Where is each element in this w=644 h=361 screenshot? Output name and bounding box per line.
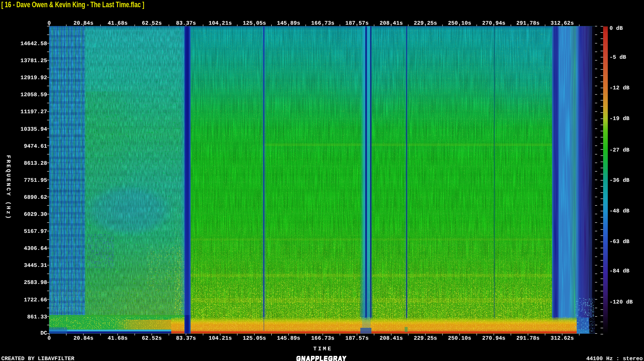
svg-text:5167.97: 5167.97: [24, 228, 47, 235]
svg-text:1722.66: 1722.66: [24, 297, 47, 303]
svg-text:166.73s: 166.73s: [311, 335, 335, 341]
svg-text:145.89s: 145.89s: [277, 20, 300, 26]
svg-text:0: 0: [48, 20, 51, 26]
svg-text:TIME: TIME: [313, 346, 332, 352]
svg-text:41.68s: 41.68s: [108, 20, 128, 26]
svg-text:12919.92: 12919.92: [20, 74, 47, 81]
svg-text:250.10s: 250.10s: [448, 20, 472, 26]
svg-text:-27 dB: -27 dB: [610, 147, 630, 153]
svg-text:12058.59: 12058.59: [20, 92, 47, 98]
svg-text:-48 dB: -48 dB: [610, 208, 630, 214]
svg-text:145.89s: 145.89s: [277, 335, 300, 341]
svg-text:861.33: 861.33: [27, 314, 47, 320]
svg-text:270.94s: 270.94s: [482, 335, 506, 341]
svg-text:208.41s: 208.41s: [380, 20, 403, 26]
svg-text:208.41s: 208.41s: [380, 335, 403, 341]
svg-text:0 dB: 0 dB: [610, 25, 623, 32]
svg-text:-5 dB: -5 dB: [610, 54, 626, 60]
svg-text:FREQUENCY (Hz): FREQUENCY (Hz): [5, 155, 12, 220]
svg-text:-36 dB: -36 dB: [610, 177, 630, 183]
svg-text:229.25s: 229.25s: [414, 335, 437, 341]
svg-text:312.62s: 312.62s: [551, 20, 574, 26]
svg-text:83.37s: 83.37s: [176, 335, 196, 341]
svg-text:11197.27: 11197.27: [20, 109, 47, 115]
svg-text:CREATED BY LIBAVFILTER: CREATED BY LIBAVFILTER: [1, 355, 75, 361]
svg-text:41.68s: 41.68s: [108, 335, 128, 341]
svg-text:104.21s: 104.21s: [209, 20, 232, 26]
svg-text:62.52s: 62.52s: [142, 335, 162, 341]
svg-text:312.62s: 312.62s: [551, 335, 574, 341]
svg-text:187.57s: 187.57s: [345, 20, 369, 26]
svg-text:20.84s: 20.84s: [73, 20, 93, 26]
svg-text:166.73s: 166.73s: [311, 20, 335, 26]
svg-text:-84 dB: -84 dB: [610, 268, 630, 274]
svg-text:20.84s: 20.84s: [73, 335, 93, 341]
svg-text:0: 0: [48, 335, 51, 341]
svg-text:13781.25: 13781.25: [20, 57, 47, 64]
svg-text:62.52s: 62.52s: [142, 20, 162, 26]
svg-text:-120 dB: -120 dB: [610, 299, 633, 305]
svg-text:6890.62: 6890.62: [24, 194, 47, 201]
svg-text:229.25s: 229.25s: [414, 20, 437, 26]
svg-text:8613.28: 8613.28: [24, 160, 47, 166]
svg-text:7751.95: 7751.95: [24, 177, 47, 183]
svg-text:125.05s: 125.05s: [243, 20, 266, 26]
svg-text:DC: DC: [40, 330, 47, 336]
svg-text:187.57s: 187.57s: [345, 335, 369, 341]
svg-text:-12 dB: -12 dB: [610, 85, 630, 91]
svg-text:291.78s: 291.78s: [516, 20, 540, 26]
svg-text:125.05s: 125.05s: [243, 335, 266, 341]
svg-text:3445.31: 3445.31: [24, 262, 47, 269]
svg-text:83.37s: 83.37s: [176, 20, 196, 26]
svg-text:291.78s: 291.78s: [516, 335, 540, 341]
svg-text:-19 dB: -19 dB: [610, 115, 630, 122]
svg-text:9474.61: 9474.61: [24, 143, 47, 149]
svg-text:10335.94: 10335.94: [20, 126, 47, 132]
svg-text:6029.30: 6029.30: [24, 211, 47, 218]
svg-text:250.10s: 250.10s: [448, 335, 472, 341]
svg-text:2583.98: 2583.98: [24, 279, 47, 286]
svg-text:104.21s: 104.21s: [209, 335, 232, 341]
svg-text:-63 dB: -63 dB: [610, 238, 630, 245]
svg-text:14642.58: 14642.58: [20, 40, 47, 47]
svg-text:4306.64: 4306.64: [24, 245, 47, 252]
svg-text:270.94s: 270.94s: [482, 20, 506, 26]
svg-text:44100 Hz : stereo: 44100 Hz : stereo: [586, 355, 643, 361]
